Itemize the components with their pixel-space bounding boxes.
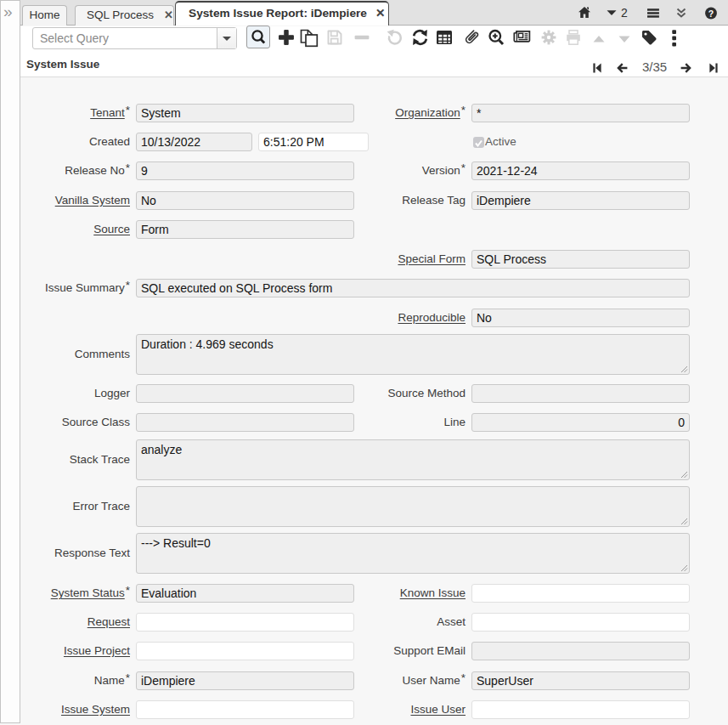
svg-text:?: ? <box>708 8 714 19</box>
